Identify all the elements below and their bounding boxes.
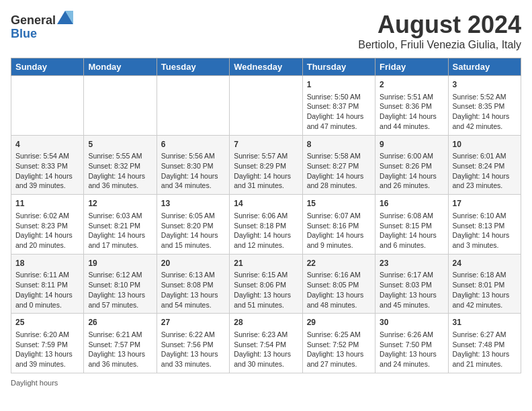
day-number: 24	[453, 258, 517, 269]
day-of-week-header: Wednesday	[230, 58, 302, 76]
day-number: 25	[15, 317, 79, 328]
day-of-week-header: Friday	[375, 58, 448, 76]
day-number: 29	[307, 317, 371, 328]
day-number: 19	[88, 258, 152, 269]
day-number: 21	[234, 258, 298, 269]
calendar-table: SundayMondayTuesdayWednesdayThursdayFrid…	[11, 58, 521, 373]
calendar-day-cell: 11Sunrise: 6:02 AMSunset: 8:23 PMDayligh…	[11, 195, 84, 255]
calendar-header-row: SundayMondayTuesdayWednesdayThursdayFrid…	[11, 58, 521, 76]
day-info: Sunrise: 6:25 AMSunset: 7:52 PMDaylight:…	[307, 330, 371, 369]
day-info: Sunrise: 6:27 AMSunset: 7:48 PMDaylight:…	[453, 330, 517, 369]
day-info: Sunrise: 6:23 AMSunset: 7:54 PMDaylight:…	[234, 330, 298, 369]
calendar-day-cell: 8Sunrise: 5:58 AMSunset: 8:27 PMDaylight…	[302, 135, 375, 195]
day-info: Sunrise: 6:01 AMSunset: 8:24 PMDaylight:…	[453, 151, 517, 191]
day-info: Sunrise: 5:57 AMSunset: 8:29 PMDaylight:…	[234, 151, 298, 191]
calendar-day-cell: 18Sunrise: 6:11 AMSunset: 8:11 PMDayligh…	[11, 254, 84, 314]
calendar-day-cell: 3Sunrise: 5:52 AMSunset: 8:35 PMDaylight…	[448, 76, 521, 136]
day-info: Sunrise: 6:10 AMSunset: 8:13 PMDaylight:…	[453, 211, 517, 250]
day-number: 17	[453, 198, 517, 210]
day-info: Sunrise: 6:13 AMSunset: 8:08 PMDaylight:…	[161, 270, 225, 310]
day-of-week-header: Sunday	[11, 58, 84, 76]
calendar-day-cell	[230, 76, 302, 136]
day-info: Sunrise: 5:50 AMSunset: 8:37 PMDaylight:…	[307, 92, 371, 132]
calendar-day-cell: 1Sunrise: 5:50 AMSunset: 8:37 PMDaylight…	[302, 76, 375, 136]
day-info: Sunrise: 6:03 AMSunset: 8:21 PMDaylight:…	[88, 211, 152, 250]
title-block: August 2024 Bertiolo, Friuli Venezia Giu…	[358, 11, 521, 51]
main-title: August 2024	[358, 11, 521, 39]
day-number: 13	[161, 198, 225, 210]
day-info: Sunrise: 6:20 AMSunset: 7:59 PMDaylight:…	[15, 330, 79, 369]
day-number: 15	[307, 198, 371, 210]
calendar-week-row: 11Sunrise: 6:02 AMSunset: 8:23 PMDayligh…	[11, 195, 521, 255]
day-number: 4	[15, 139, 79, 150]
calendar-day-cell: 2Sunrise: 5:51 AMSunset: 8:36 PMDaylight…	[375, 76, 448, 136]
calendar-day-cell	[11, 76, 84, 136]
calendar-day-cell: 23Sunrise: 6:17 AMSunset: 8:03 PMDayligh…	[375, 254, 448, 314]
day-number: 23	[380, 258, 443, 269]
calendar-day-cell: 17Sunrise: 6:10 AMSunset: 8:13 PMDayligh…	[448, 195, 521, 255]
day-number: 8	[307, 139, 371, 150]
calendar-day-cell: 21Sunrise: 6:15 AMSunset: 8:06 PMDayligh…	[230, 254, 302, 314]
calendar-day-cell: 31Sunrise: 6:27 AMSunset: 7:48 PMDayligh…	[448, 314, 521, 373]
day-number: 10	[453, 139, 517, 150]
day-number: 6	[161, 139, 225, 150]
day-of-week-header: Thursday	[302, 58, 375, 76]
calendar-day-cell: 22Sunrise: 6:16 AMSunset: 8:05 PMDayligh…	[302, 254, 375, 314]
day-info: Sunrise: 5:55 AMSunset: 8:32 PMDaylight:…	[88, 151, 152, 191]
day-info: Sunrise: 6:18 AMSunset: 8:01 PMDaylight:…	[453, 270, 517, 310]
day-info: Sunrise: 6:26 AMSunset: 7:50 PMDaylight:…	[380, 330, 443, 369]
day-number: 16	[380, 198, 443, 210]
day-number: 3	[453, 79, 517, 91]
calendar-day-cell: 7Sunrise: 5:57 AMSunset: 8:29 PMDaylight…	[230, 135, 302, 195]
calendar-day-cell: 15Sunrise: 6:07 AMSunset: 8:16 PMDayligh…	[302, 195, 375, 255]
calendar-week-row: 4Sunrise: 5:54 AMSunset: 8:33 PMDaylight…	[11, 135, 521, 195]
day-info: Sunrise: 6:11 AMSunset: 8:11 PMDaylight:…	[15, 270, 79, 310]
calendar-week-row: 25Sunrise: 6:20 AMSunset: 7:59 PMDayligh…	[11, 314, 521, 373]
day-info: Sunrise: 5:52 AMSunset: 8:35 PMDaylight:…	[453, 92, 517, 132]
logo-general-text: General	[11, 13, 56, 27]
calendar-day-cell: 6Sunrise: 5:56 AMSunset: 8:30 PMDaylight…	[157, 135, 229, 195]
daylight-hours-label: Daylight hours	[11, 379, 58, 387]
day-info: Sunrise: 6:02 AMSunset: 8:23 PMDaylight:…	[15, 211, 79, 250]
day-info: Sunrise: 6:22 AMSunset: 7:56 PMDaylight:…	[161, 330, 225, 369]
calendar-day-cell: 24Sunrise: 6:18 AMSunset: 8:01 PMDayligh…	[448, 254, 521, 314]
logo-blue-text: Blue	[11, 27, 37, 40]
calendar-day-cell: 14Sunrise: 6:06 AMSunset: 8:18 PMDayligh…	[230, 195, 302, 255]
calendar-day-cell: 16Sunrise: 6:08 AMSunset: 8:15 PMDayligh…	[375, 195, 448, 255]
day-number: 9	[380, 139, 443, 150]
day-number: 20	[161, 258, 225, 269]
day-info: Sunrise: 6:21 AMSunset: 7:57 PMDaylight:…	[88, 330, 152, 369]
calendar-day-cell: 29Sunrise: 6:25 AMSunset: 7:52 PMDayligh…	[302, 314, 375, 373]
logo-icon	[57, 11, 73, 24]
calendar-day-cell	[84, 76, 157, 136]
day-number: 22	[307, 258, 371, 269]
day-of-week-header: Saturday	[448, 58, 521, 76]
day-info: Sunrise: 6:05 AMSunset: 8:20 PMDaylight:…	[161, 211, 225, 250]
day-info: Sunrise: 6:15 AMSunset: 8:06 PMDaylight:…	[234, 270, 298, 310]
day-info: Sunrise: 6:17 AMSunset: 8:03 PMDaylight:…	[380, 270, 443, 310]
day-number: 27	[161, 317, 225, 328]
calendar-day-cell: 10Sunrise: 6:01 AMSunset: 8:24 PMDayligh…	[448, 135, 521, 195]
calendar-day-cell: 9Sunrise: 6:00 AMSunset: 8:26 PMDaylight…	[375, 135, 448, 195]
day-info: Sunrise: 5:51 AMSunset: 8:36 PMDaylight:…	[380, 92, 443, 132]
day-info: Sunrise: 6:08 AMSunset: 8:15 PMDaylight:…	[380, 211, 443, 250]
calendar-day-cell: 30Sunrise: 6:26 AMSunset: 7:50 PMDayligh…	[375, 314, 448, 373]
logo: General Blue	[11, 11, 73, 41]
calendar-day-cell: 19Sunrise: 6:12 AMSunset: 8:10 PMDayligh…	[84, 254, 157, 314]
calendar-week-row: 18Sunrise: 6:11 AMSunset: 8:11 PMDayligh…	[11, 254, 521, 314]
calendar-day-cell: 27Sunrise: 6:22 AMSunset: 7:56 PMDayligh…	[157, 314, 229, 373]
calendar-day-cell: 26Sunrise: 6:21 AMSunset: 7:57 PMDayligh…	[84, 314, 157, 373]
day-info: Sunrise: 6:00 AMSunset: 8:26 PMDaylight:…	[380, 151, 443, 191]
day-of-week-header: Tuesday	[157, 58, 229, 76]
day-number: 2	[380, 79, 443, 91]
day-info: Sunrise: 6:07 AMSunset: 8:16 PMDaylight:…	[307, 211, 371, 250]
day-number: 28	[234, 317, 298, 328]
day-info: Sunrise: 6:12 AMSunset: 8:10 PMDaylight:…	[88, 270, 152, 310]
calendar-day-cell: 13Sunrise: 6:05 AMSunset: 8:20 PMDayligh…	[157, 195, 229, 255]
calendar-day-cell	[157, 76, 229, 136]
day-number: 5	[88, 139, 152, 150]
day-of-week-header: Monday	[84, 58, 157, 76]
calendar-day-cell: 4Sunrise: 5:54 AMSunset: 8:33 PMDaylight…	[11, 135, 84, 195]
day-info: Sunrise: 5:54 AMSunset: 8:33 PMDaylight:…	[15, 151, 79, 191]
day-number: 7	[234, 139, 298, 150]
